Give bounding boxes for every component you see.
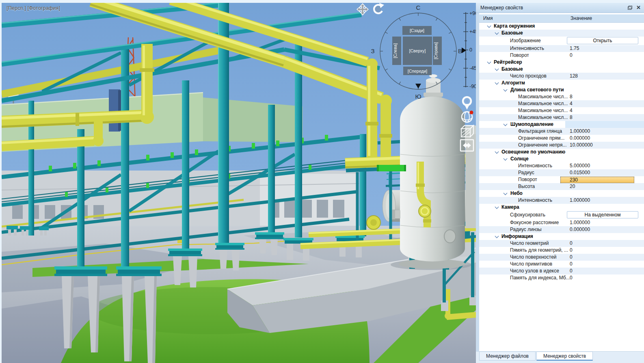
property-value: 0: [570, 261, 573, 268]
chevron-down-icon[interactable]: [504, 192, 507, 195]
chevron-down-icon[interactable]: [495, 235, 499, 238]
view-back-label: [Сзади]: [410, 28, 424, 33]
property-label: Сфокусировать: [510, 211, 545, 219]
value-cell-highlight: [565, 121, 644, 128]
property-label: Радиус: [518, 169, 534, 176]
property-group-row[interactable]: Шумоподавление: [479, 121, 644, 128]
property-label: Поворот: [518, 176, 537, 183]
tab-file-manager[interactable]: Менеджер файлов: [479, 352, 536, 361]
property-label: Рейтрейсер: [494, 59, 522, 66]
property-group-row[interactable]: Длина светового пути: [479, 86, 644, 93]
3d-viewport[interactable]: С Ю З В [Сзади] [Слева] [Сверху] [Справа…: [2, 3, 476, 363]
value-button[interactable]: Открыть: [567, 37, 638, 44]
view-front-label: [Спереди]: [408, 69, 427, 73]
compass-south-label: Ю: [415, 93, 421, 100]
property-group-row[interactable]: Базовые: [479, 30, 644, 37]
chevron-down-icon[interactable]: [495, 31, 499, 35]
chevron-down-icon[interactable]: [487, 61, 491, 64]
property-row[interactable]: Ограничение непря...10.000000: [479, 142, 644, 149]
compass-north-label: С: [416, 4, 421, 11]
property-value: 0: [570, 247, 573, 254]
property-row[interactable]: Пямять для геометрий, ...0: [479, 247, 644, 254]
property-label: Базовые: [501, 66, 523, 73]
property-group-row[interactable]: Солнце: [479, 156, 644, 162]
property-label: Число примитивов: [510, 261, 552, 268]
property-row[interactable]: Поворот230: [479, 176, 644, 183]
property-group-row[interactable]: Базовые: [479, 66, 644, 73]
property-label: Число проходов: [510, 73, 547, 80]
property-row[interactable]: Число проходов128: [479, 73, 644, 80]
property-label: Число поверхностей: [510, 254, 557, 261]
property-label: Ограничение непря...: [518, 142, 567, 149]
column-value: Значение: [571, 15, 592, 22]
property-label: Интенсивность: [518, 162, 552, 169]
property-row[interactable]: Число поверхностей0: [479, 254, 644, 261]
property-row[interactable]: Радиус0.015000: [479, 169, 644, 176]
property-row[interactable]: Радиус линзы0.000000: [479, 226, 644, 233]
property-label: Максимальное числ...: [518, 100, 568, 107]
property-row[interactable]: Интенсивность1.75: [479, 45, 644, 52]
panel-titlebar[interactable]: Менеджер свойств ✕: [476, 3, 644, 13]
chevron-down-icon[interactable]: [504, 88, 507, 92]
property-row[interactable]: Интенсивность5.000000: [479, 162, 644, 169]
property-label: Пямять для геометрий, ...: [510, 247, 568, 254]
chevron-down-icon[interactable]: [495, 150, 499, 154]
property-group-row[interactable]: Информация: [479, 233, 644, 240]
property-row[interactable]: Ограничение прям...0.000000: [479, 135, 644, 142]
close-icon[interactable]: ✕: [636, 5, 641, 10]
property-group-row[interactable]: Рейтрейсер: [479, 59, 644, 66]
property-label: Максимальное числ...: [518, 93, 568, 100]
compass-east-label: В: [458, 48, 462, 54]
property-group-row[interactable]: Камера: [479, 204, 644, 211]
property-label: Интенсивность: [518, 197, 552, 204]
property-group-row[interactable]: Небо: [479, 190, 644, 197]
property-value: 20: [570, 183, 575, 190]
render-scene: С Ю З В [Сзади] [Слева] [Сверху] [Справа…: [2, 3, 476, 363]
property-row[interactable]: Фильтрация глянца1.000000: [479, 128, 644, 135]
property-row[interactable]: Максимальное числ...8: [479, 114, 644, 121]
property-row[interactable]: Интенсивность1.000000: [479, 197, 644, 204]
property-row[interactable]: Поворот0: [479, 52, 644, 59]
property-row[interactable]: Высота20: [479, 183, 644, 190]
property-group-row[interactable]: Алгоритм: [479, 80, 644, 86]
property-label: Камера: [501, 204, 519, 211]
property-row[interactable]: Число узлов в идексе0: [479, 268, 644, 274]
property-row[interactable]: ИзображениеОткрыть: [479, 37, 644, 45]
property-rows: Карта окруженияБазовыеИзображениеОткрыть…: [479, 23, 644, 281]
property-label: Максимальное числ...: [518, 107, 568, 114]
property-value: 4: [570, 100, 573, 107]
sun-globe-icon[interactable]: [462, 111, 473, 123]
property-value: 128: [570, 73, 578, 80]
property-label: Поворот: [510, 52, 529, 59]
property-row[interactable]: Максимальное числ...4: [479, 107, 644, 114]
property-value: 1.000000: [570, 219, 590, 226]
chevron-down-icon[interactable]: [504, 123, 507, 126]
elevation-tick-label: -45: [469, 65, 476, 71]
property-row[interactable]: Число примитивов0: [479, 261, 644, 268]
property-row[interactable]: Фокусное расстояние1.000000: [479, 219, 644, 226]
property-row[interactable]: Память для индекса, Мб...0: [479, 274, 644, 281]
property-value: 4: [570, 107, 573, 114]
property-label: Алгоритм: [501, 80, 525, 86]
property-label: Фокусное расстояние: [510, 219, 559, 226]
property-value: 0: [570, 268, 573, 274]
value-button[interactable]: На выделенном: [567, 211, 638, 218]
property-group-row[interactable]: Освещение по умолчанию: [479, 149, 644, 156]
property-row[interactable]: СфокусироватьНа выделенном: [479, 211, 644, 219]
value-field-selected[interactable]: 230: [560, 177, 634, 183]
property-row[interactable]: Максимальное числ...4: [479, 100, 644, 107]
chevron-down-icon[interactable]: [495, 67, 499, 71]
property-group-row[interactable]: Карта окружения: [479, 23, 644, 30]
chevron-down-icon[interactable]: [495, 81, 499, 85]
property-row[interactable]: Максимальное числ...8: [479, 93, 644, 100]
float-window-icon[interactable]: [628, 6, 632, 10]
chevron-down-icon[interactable]: [495, 205, 499, 209]
elevation-tick-label: 0: [469, 47, 472, 53]
property-row[interactable]: Число геометрий0: [479, 240, 644, 247]
chevron-down-icon[interactable]: [504, 157, 507, 161]
chevron-down-icon[interactable]: [487, 24, 491, 28]
tab-property-manager[interactable]: Менеджер свойств: [536, 352, 593, 361]
fit-width-icon[interactable]: [460, 140, 473, 151]
property-label: Базовые: [501, 30, 523, 37]
property-label: Информация: [501, 233, 533, 240]
